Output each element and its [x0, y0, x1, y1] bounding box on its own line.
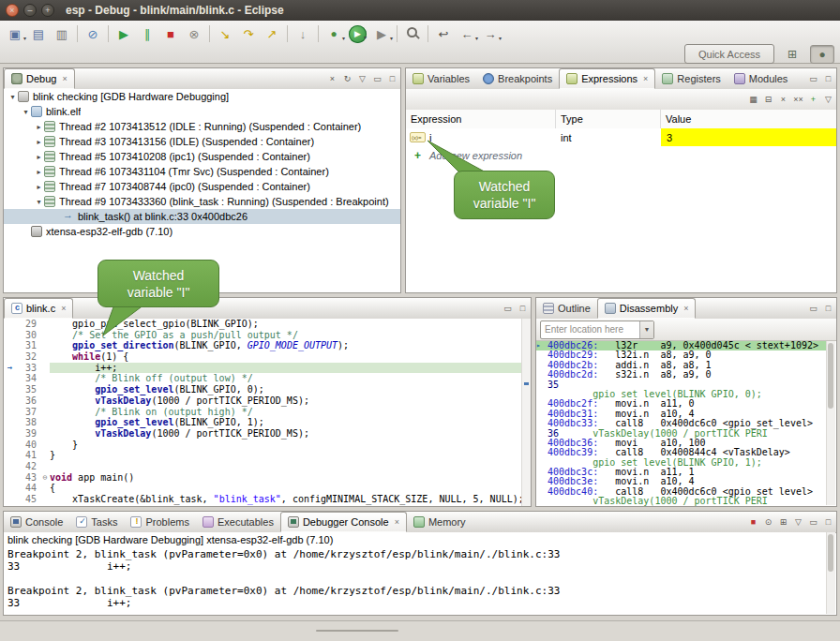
bottom-sash-handle[interactable]	[316, 630, 398, 632]
view-tab[interactable]: Breakpoints ×	[476, 68, 559, 89]
quick-access-button[interactable]: Quick Access	[684, 44, 774, 64]
fold-marker-icon[interactable]	[40, 461, 50, 472]
step-over-icon[interactable]: ↷	[237, 23, 260, 44]
close-tab-icon[interactable]: ×	[643, 74, 648, 83]
fold-marker-icon[interactable]	[40, 428, 50, 440]
scrollbar-thumb[interactable]	[828, 343, 833, 409]
fold-marker-icon[interactable]	[40, 395, 50, 407]
sep-1[interactable]	[77, 25, 78, 42]
suspend-icon[interactable]: ∥	[136, 23, 158, 44]
back-icon[interactable]: ←	[456, 23, 478, 44]
fold-marker-icon[interactable]	[40, 440, 50, 451]
remove-terminated-icon[interactable]: ×	[327, 74, 338, 83]
step-into-icon[interactable]: ↘	[214, 23, 236, 44]
skip-all-breakpoints-icon[interactable]: ⊘	[82, 23, 104, 44]
minimize-icon[interactable]: ▭	[502, 304, 513, 313]
scrollbar-thumb[interactable]	[828, 534, 833, 572]
maximize-icon[interactable]: □	[823, 74, 833, 83]
restart-icon[interactable]: ↻	[342, 74, 352, 83]
debugger-console-output[interactable]: blink checking [GDB Hardware Debugging] …	[4, 532, 827, 615]
view-tab[interactable]: Disassembly ×	[597, 298, 697, 319]
maximize-button[interactable]: +	[41, 4, 54, 17]
fold-marker-icon[interactable]	[40, 363, 50, 374]
debug-perspective-icon[interactable]: ●	[810, 45, 834, 64]
expand-arrow-icon[interactable]: ▸	[34, 138, 44, 146]
open-perspective-icon[interactable]: ⊞	[780, 45, 804, 64]
view-tab[interactable]: Memory ×	[407, 512, 472, 532]
fold-marker-icon[interactable]	[40, 494, 50, 505]
combo-dropdown-icon[interactable]: ▼	[639, 321, 653, 338]
minimize-button[interactable]: –	[23, 4, 37, 17]
fold-marker-icon[interactable]	[40, 351, 50, 363]
view-tab[interactable]: Console ×	[4, 512, 69, 532]
debug-tree-item[interactable]: ▾ blink.elf	[4, 104, 400, 119]
instruction-stepping-icon[interactable]: ↓	[292, 23, 314, 44]
maximize-icon[interactable]: □	[387, 74, 398, 83]
add-expression-row[interactable]: +Add new expression	[406, 146, 836, 164]
debug-tree-item[interactable]: ▸ Thread #6 1073431104 (Tmr Svc) (Suspen…	[4, 164, 400, 179]
view-tab[interactable]: Expressions ×	[559, 68, 655, 89]
expression-row[interactable]: i int 3	[406, 128, 836, 146]
search-icon[interactable]	[401, 23, 424, 44]
new-wizard-icon[interactable]: ▣	[4, 23, 26, 44]
debug-tree-item[interactable]: blink_task() at blink.c:33 0x400dbc26	[4, 209, 400, 224]
fold-marker-icon[interactable]: ⊖	[40, 472, 50, 484]
close-tab-icon[interactable]: ×	[395, 517, 399, 527]
view-tab[interactable]: Modules ×	[728, 68, 795, 89]
disconnect-icon[interactable]: ⊗	[183, 23, 205, 44]
debug-tree-item[interactable]: xtensa-esp32-elf-gdb (7.10)	[4, 224, 400, 239]
maximize-icon[interactable]: □	[518, 304, 528, 313]
expand-arrow-icon[interactable]: ▸	[34, 183, 44, 191]
expand-arrow-icon[interactable]: ▾	[34, 198, 44, 206]
sep-4[interactable]	[287, 25, 288, 42]
view-tab[interactable]: Problems ×	[124, 512, 195, 532]
column-header[interactable]: Expression	[406, 110, 556, 128]
sep-3[interactable]	[209, 25, 210, 42]
view-tab[interactable]: Outline ×	[536, 298, 597, 319]
minimize-icon[interactable]: ▭	[372, 74, 382, 83]
expand-arrow-icon[interactable]: ▾	[8, 93, 18, 101]
open-console-icon[interactable]: ⊞	[778, 517, 788, 527]
remove-expression-icon[interactable]: ×	[778, 95, 788, 104]
expand-arrow-icon[interactable]: ▸	[34, 168, 44, 176]
sep-5[interactable]	[318, 25, 319, 42]
expand-arrow-icon[interactable]: ▸	[34, 123, 44, 131]
remove-all-expressions-icon[interactable]: ××	[793, 95, 803, 104]
code-editor[interactable]: 29 gpio_pad_select_gpio(BLINK_GPIO); 30 …	[4, 319, 522, 506]
maximize-icon[interactable]: □	[823, 304, 833, 313]
close-tab-icon[interactable]: ×	[62, 74, 67, 83]
last-edit-location-icon[interactable]: ↩	[432, 23, 455, 44]
minimize-icon[interactable]: ▭	[808, 74, 818, 83]
view-tab[interactable]: Variables ×	[406, 68, 476, 89]
add-expression-icon[interactable]: +	[808, 95, 818, 104]
view-tab[interactable]: Tasks ×	[69, 512, 124, 532]
debug-tree-item[interactable]: ▸ Thread #3 1073413156 (IDLE) (Suspended…	[4, 134, 400, 149]
debug-tree-item[interactable]: ▾ blink checking [GDB Hardware Debugging…	[4, 89, 400, 104]
vertical-scrollbar[interactable]	[826, 532, 835, 614]
fold-marker-icon[interactable]	[40, 330, 50, 341]
fold-marker-icon[interactable]	[40, 373, 50, 384]
close-button[interactable]: ×	[6, 4, 19, 17]
forward-icon[interactable]: →	[479, 23, 502, 44]
sep-7[interactable]	[428, 25, 428, 42]
location-combo[interactable]: Enter location here ▼	[540, 320, 654, 339]
fold-marker-icon[interactable]	[40, 407, 50, 418]
view-menu-icon[interactable]: ▽	[793, 517, 803, 527]
debug-icon[interactable]: ●	[322, 23, 345, 44]
view-tab[interactable]: Debugger Console ×	[280, 512, 407, 532]
overview-ruler[interactable]	[521, 319, 531, 506]
collapse-all-icon[interactable]: ⊟	[763, 95, 773, 104]
close-tab-icon[interactable]: ×	[683, 304, 688, 313]
editor-tab[interactable]: blink.c ×	[4, 298, 73, 319]
resume-icon[interactable]: ▶	[112, 23, 135, 44]
column-header[interactable]: Type	[556, 110, 661, 128]
print-icon[interactable]: ▥	[51, 23, 73, 44]
fold-marker-icon[interactable]	[40, 319, 50, 330]
view-menu-icon[interactable]: ▽	[357, 74, 368, 83]
expand-arrow-icon[interactable]: ▸	[34, 153, 44, 161]
fold-marker-icon[interactable]	[40, 340, 50, 351]
minimize-icon[interactable]: ▭	[808, 517, 818, 527]
fold-marker-icon[interactable]	[40, 450, 50, 461]
external-tools-icon[interactable]: ▶	[370, 23, 393, 44]
view-menu-icon[interactable]: ▽	[823, 95, 833, 104]
